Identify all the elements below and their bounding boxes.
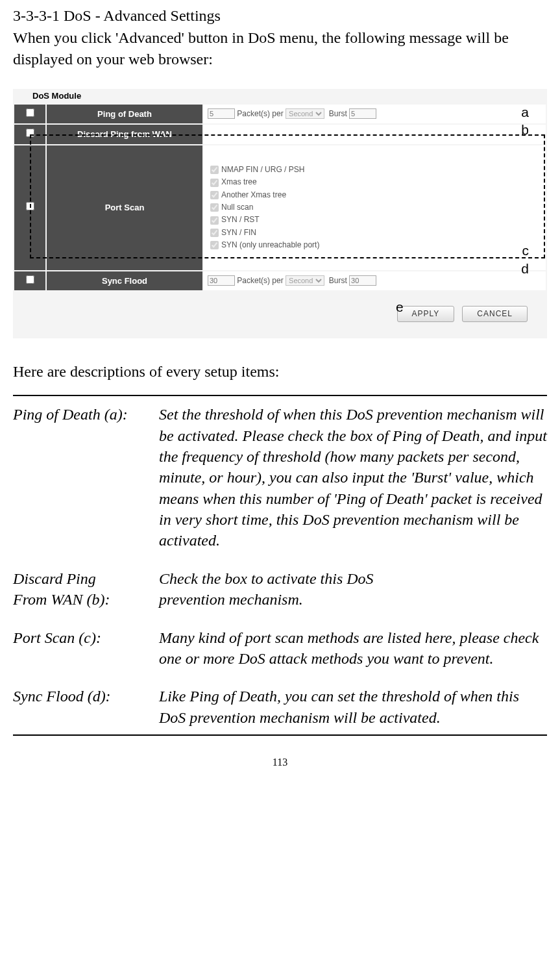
def-label: Port Scan (c):	[13, 627, 159, 670]
port-scan-option: Null scan	[208, 201, 542, 214]
ping-of-death-checkbox[interactable]	[26, 108, 34, 117]
port-scan-options: NMAP FIN / URG / PSH Xmas tree Another X…	[208, 164, 542, 251]
portscan-opt-checkbox[interactable]	[210, 216, 219, 225]
def-ping-of-death: Ping of Death (a): Set the threshold of …	[13, 404, 547, 551]
ping-of-death-label: Ping of Death	[47, 105, 202, 124]
ping-of-death-packets-input[interactable]	[208, 108, 235, 119]
intro-text: When you click 'Advanced' button in DoS …	[13, 27, 547, 69]
marker-d: d	[521, 260, 529, 278]
portscan-opt-label: SYN / FIN	[221, 228, 256, 237]
cancel-button[interactable]: CANCEL	[462, 306, 528, 321]
ping-of-death-unit-select[interactable]: Second	[286, 108, 324, 119]
port-scan-checkbox[interactable]	[26, 202, 34, 210]
def-port-scan: Port Scan (c): Many kind of port scan me…	[13, 627, 547, 670]
sync-flood-packets-input[interactable]	[208, 275, 235, 286]
def-discard-ping: Discard Ping From WAN (b): Check the box…	[13, 568, 547, 610]
portscan-opt-checkbox[interactable]	[210, 179, 219, 187]
def-text: Check the box to activate this DoS preve…	[159, 568, 547, 610]
marker-e: e	[396, 298, 404, 316]
port-scan-option: SYN (only unreachable port)	[208, 239, 542, 251]
port-scan-option: SYN / RST	[208, 214, 542, 226]
dos-settings-table: Ping of Death Packet(s) per Second Burst…	[13, 103, 547, 292]
port-scan-label: Port Scan	[47, 145, 202, 270]
page-number: 113	[13, 755, 547, 770]
section-heading: 3-3-3-1 DoS - Advanced Settings	[13, 5, 547, 26]
packets-per-text: Packet(s) per	[237, 109, 283, 118]
sync-flood-checkbox[interactable]	[26, 275, 34, 284]
burst-text: Burst	[329, 109, 347, 118]
def-text: Like Ping of Death, you can set the thre…	[159, 686, 547, 728]
def-sync-flood: Sync Flood (d): Like Ping of Death, you …	[13, 686, 547, 728]
discard-ping-checkbox[interactable]	[26, 129, 34, 137]
row-ping-of-death: Ping of Death Packet(s) per Second Burst	[14, 105, 546, 124]
def-label: Ping of Death (a):	[13, 404, 159, 551]
discard-ping-label: Discard Ping from WAN	[47, 125, 202, 144]
divider-top	[13, 395, 547, 396]
marker-c: c	[522, 242, 530, 260]
apply-button[interactable]: APPLY	[397, 306, 455, 321]
ping-of-death-burst-input[interactable]	[349, 108, 376, 119]
def-label: Sync Flood (d):	[13, 686, 159, 728]
sync-flood-label: Sync Flood	[47, 271, 202, 291]
sync-flood-unit-select[interactable]: Second	[286, 275, 324, 286]
row-sync-flood: Sync Flood Packet(s) per Second Burst	[14, 271, 546, 291]
portscan-opt-checkbox[interactable]	[210, 191, 219, 199]
portscan-opt-checkbox[interactable]	[210, 203, 219, 212]
portscan-opt-label: SYN (only unreachable port)	[221, 240, 319, 249]
module-title: DoS Module	[13, 89, 547, 103]
portscan-opt-label: Another Xmas tree	[221, 190, 286, 199]
portscan-opt-checkbox[interactable]	[210, 229, 219, 237]
marker-a: a	[521, 103, 529, 121]
portscan-opt-checkbox[interactable]	[210, 166, 219, 174]
row-port-scan: Port Scan NMAP FIN / URG / PSH Xmas tree…	[14, 145, 546, 270]
portscan-opt-label: Null scan	[221, 203, 253, 212]
port-scan-option: NMAP FIN / URG / PSH	[208, 164, 542, 176]
def-text: Many kind of port scan methods are liste…	[159, 627, 547, 670]
definitions: Ping of Death (a): Set the threshold of …	[13, 404, 547, 728]
sync-flood-burst-input[interactable]	[349, 275, 376, 286]
burst-text: Burst	[329, 276, 347, 285]
buttons-row: APPLY CANCEL	[13, 292, 547, 321]
portscan-opt-checkbox[interactable]	[210, 241, 219, 249]
port-scan-option: SYN / FIN	[208, 227, 542, 239]
divider-bottom	[13, 734, 547, 736]
packets-per-text: Packet(s) per	[237, 276, 283, 285]
marker-b: b	[521, 121, 529, 139]
portscan-opt-label: Xmas tree	[221, 177, 257, 186]
def-label: Discard Ping From WAN (b):	[13, 568, 159, 610]
portscan-opt-label: NMAP FIN / URG / PSH	[221, 165, 304, 174]
portscan-opt-label: SYN / RST	[221, 215, 260, 224]
port-scan-option: Another Xmas tree	[208, 189, 542, 201]
descriptions-intro: Here are descriptions of every setup ite…	[13, 361, 547, 382]
def-text: Set the threshold of when this DoS preve…	[159, 404, 547, 551]
port-scan-option: Xmas tree	[208, 176, 542, 188]
dos-module-screenshot: DoS Module Ping of Death Packet(s) per S…	[13, 89, 547, 338]
row-discard-ping: Discard Ping from WAN	[14, 125, 546, 144]
